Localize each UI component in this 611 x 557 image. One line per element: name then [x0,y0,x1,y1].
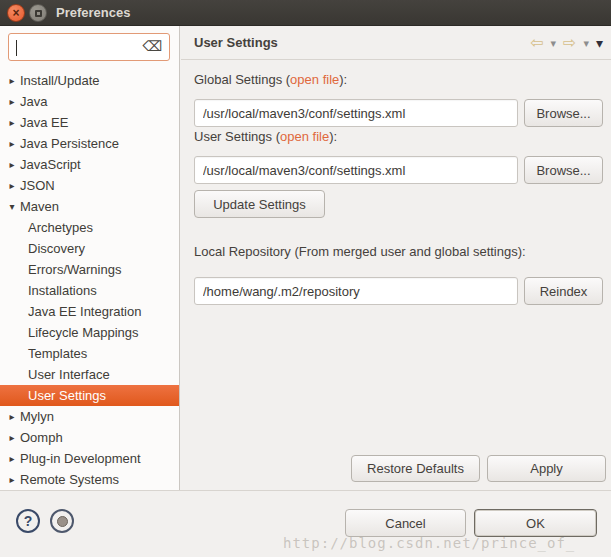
view-menu-icon[interactable]: ▾ [596,36,603,50]
tree-item-label: JavaScript [20,157,81,172]
tree-item-oomph[interactable]: ▸Oomph [0,427,179,448]
tree-item-java-persistence[interactable]: ▸Java Persistence [0,133,179,154]
chevron-down-icon[interactable]: ▾ [6,196,18,217]
chevron-right-icon[interactable]: ▸ [6,175,18,196]
user-settings-label-suffix: ): [329,129,337,144]
clear-filter-icon[interactable]: ⌫ [142,38,162,54]
page-title: User Settings [194,26,278,59]
tree-item-installations[interactable]: Installations [0,280,179,301]
help-button[interactable]: ? [16,509,40,533]
tree-item-label: Plug-in Development [20,451,141,466]
global-settings-label: Global Settings (open file): [194,72,347,87]
tree-item-maven[interactable]: ▾Maven [0,196,179,217]
cancel-button[interactable]: Cancel [345,509,466,537]
apply-button[interactable]: Apply [487,455,606,482]
tree-item-install-update[interactable]: ▸Install/Update [0,70,179,91]
close-icon: × [12,7,19,19]
tree-item-javascript[interactable]: ▸JavaScript [0,154,179,175]
settings-panel: User Settings ⇦ ▾ ⇨ ▾ ▾ Global Settings … [181,26,611,490]
back-menu-chevron-icon[interactable]: ▾ [551,38,557,49]
chevron-right-icon[interactable]: ▸ [6,70,18,91]
tree-item-label: User Interface [28,367,110,382]
user-browse-button[interactable]: Browse... [524,156,603,184]
tree-item-label: Maven [20,199,59,214]
tree-item-remote-systems[interactable]: ▸Remote Systems [0,469,179,490]
tree-item-plug-in-development[interactable]: ▸Plug-in Development [0,448,179,469]
tree-item-label: Java EE Integration [28,304,141,319]
tree-item-discovery[interactable]: Discovery [0,238,179,259]
local-repository-label: Local Repository (From merged user and g… [194,244,526,259]
tree-item-label: Lifecycle Mappings [28,325,139,340]
chevron-right-icon[interactable]: ▸ [6,133,18,154]
tree-item-archetypes[interactable]: Archetypes [0,217,179,238]
tree-item-user-interface[interactable]: User Interface [0,364,179,385]
tree-item-lifecycle-mappings[interactable]: Lifecycle Mappings [0,322,179,343]
chevron-right-icon[interactable]: ▸ [6,112,18,133]
chevron-right-icon[interactable]: ▸ [6,91,18,112]
global-open-file-link[interactable]: open file [290,72,339,87]
tree-item-label: Install/Update [20,73,100,88]
user-settings-path-field[interactable] [194,156,518,184]
tree-item-label: Archetypes [28,220,93,235]
window-title: Preferences [56,0,130,25]
user-open-file-link[interactable]: open file [280,129,329,144]
tree-item-mylyn[interactable]: ▸Mylyn [0,406,179,427]
tree-item-label: Oomph [20,430,63,445]
tree-item-label: Errors/Warnings [28,262,121,277]
preferences-window: × Preferences ⌫ ▸Install/Update▸Java▸Jav… [0,0,611,557]
tree-item-user-settings[interactable]: User Settings [0,385,179,406]
filter-search-box[interactable]: ⌫ [8,33,170,61]
preference-recorder-button[interactable] [50,509,74,533]
restore-button[interactable] [29,4,47,22]
global-settings-label-suffix: ): [339,72,347,87]
titlebar: × Preferences [0,0,611,26]
tree-item-errors-warnings[interactable]: Errors/Warnings [0,259,179,280]
global-settings-label-text: Global Settings ( [194,72,290,87]
global-settings-path-field[interactable] [194,99,518,127]
chevron-right-icon[interactable]: ▸ [6,469,18,490]
tree-item-templates[interactable]: Templates [0,343,179,364]
restore-icon [35,10,42,17]
chevron-right-icon[interactable]: ▸ [6,154,18,175]
sidebar: ⌫ ▸Install/Update▸Java▸Java EE▸Java Pers… [0,26,180,490]
chevron-right-icon[interactable]: ▸ [6,406,18,427]
filter-search-input[interactable] [17,37,137,57]
update-settings-button[interactable]: Update Settings [194,190,325,218]
global-browse-button[interactable]: Browse... [524,99,603,127]
back-icon[interactable]: ⇦ [530,35,543,51]
user-settings-label: User Settings (open file): [194,129,337,144]
tree-item-java-ee-integration[interactable]: Java EE Integration [0,301,179,322]
chevron-right-icon[interactable]: ▸ [6,448,18,469]
help-icon: ? [24,513,33,529]
tree-item-label: Templates [28,346,87,361]
tree-item-label: Java EE [20,115,68,130]
local-repository-path-field[interactable] [194,277,518,305]
tree-item-label: Mylyn [20,409,54,424]
tree-item-label: Discovery [28,241,85,256]
user-settings-label-text: User Settings ( [194,129,280,144]
tree-item-label: Java [20,94,47,109]
reindex-button[interactable]: Reindex [524,277,603,305]
tree-item-label: Remote Systems [20,472,119,487]
history-toolbar: ⇦ ▾ ⇨ ▾ ▾ [530,26,603,60]
tree-item-label: User Settings [28,388,106,403]
dialog-footer: ? Cancel OK [0,490,611,557]
record-icon [57,516,68,527]
restore-defaults-button[interactable]: Restore Defaults [351,455,480,482]
panel-header: User Settings ⇦ ▾ ⇨ ▾ ▾ [181,26,611,60]
tree-item-json[interactable]: ▸JSON [0,175,179,196]
preferences-tree: ▸Install/Update▸Java▸Java EE▸Java Persis… [0,70,179,490]
tree-item-java[interactable]: ▸Java [0,91,179,112]
forward-icon[interactable]: ⇨ [563,35,576,51]
tree-item-label: JSON [20,178,55,193]
tree-item-java-ee[interactable]: ▸Java EE [0,112,179,133]
tree-item-label: Installations [28,283,97,298]
close-button[interactable]: × [7,4,25,22]
forward-menu-chevron-icon[interactable]: ▾ [583,38,589,49]
ok-button[interactable]: OK [474,509,597,537]
tree-item-label: Java Persistence [20,136,119,151]
chevron-right-icon[interactable]: ▸ [6,427,18,448]
